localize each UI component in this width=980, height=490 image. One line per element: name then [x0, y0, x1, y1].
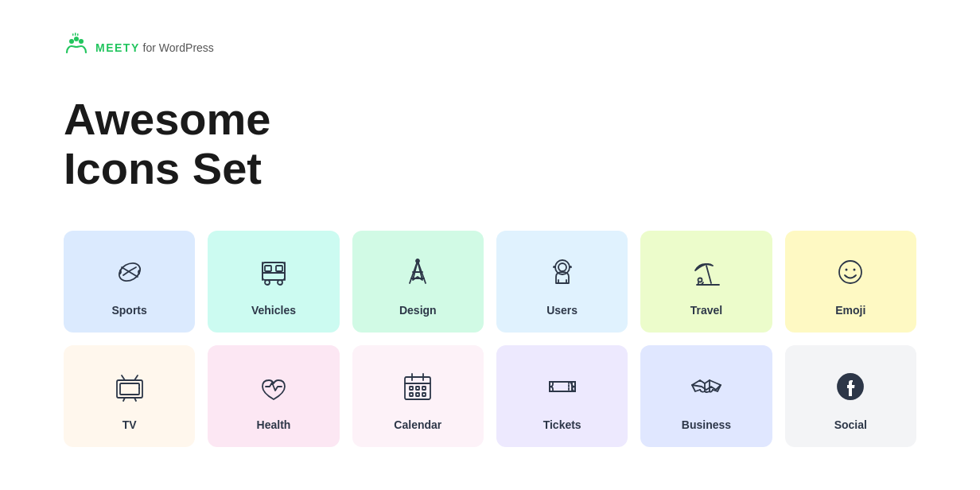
handshake-icon: [687, 368, 725, 406]
travel-label: Travel: [690, 304, 722, 317]
vehicles-icon: [255, 253, 293, 291]
social-icon: [831, 368, 869, 406]
card-vehicles[interactable]: Vehicles: [208, 231, 339, 332]
card-health[interactable]: Health: [208, 345, 339, 447]
icon-grid-row2: TV Health: [64, 345, 916, 447]
svg-point-27: [839, 261, 861, 283]
vehicles-label: Vehicles: [251, 304, 296, 317]
svg-rect-9: [276, 266, 282, 271]
card-handshake[interactable]: Business: [640, 345, 772, 447]
svg-point-29: [854, 269, 856, 271]
ticket-icon: [543, 368, 581, 406]
svg-point-1: [79, 39, 84, 44]
svg-rect-5: [77, 33, 79, 36]
sports-icon: [111, 253, 149, 291]
users-label: Users: [546, 304, 578, 317]
card-design[interactable]: Design: [352, 231, 484, 332]
health-icon: [255, 368, 293, 406]
card-social[interactable]: Social: [785, 345, 916, 447]
travel-icon: [687, 253, 725, 291]
svg-rect-3: [75, 33, 76, 36]
svg-point-12: [278, 280, 282, 285]
page-container: MEETY for WordPress Awesome Icons Set Sp…: [0, 0, 980, 490]
page-headline: Awesome Icons Set: [64, 95, 916, 192]
svg-point-32: [138, 384, 140, 386]
emoji-icon: [831, 253, 869, 291]
calendar-icon: [399, 368, 437, 406]
svg-point-0: [69, 39, 74, 44]
social-label: Social: [834, 418, 867, 431]
design-label: Design: [399, 304, 437, 317]
svg-rect-42: [410, 387, 413, 390]
users-icon: [543, 253, 581, 291]
svg-point-28: [846, 269, 848, 271]
tv-icon: [111, 368, 149, 406]
tv-label: TV: [122, 418, 137, 431]
svg-line-24: [706, 266, 711, 283]
sports-label: Sports: [111, 304, 146, 317]
card-tv[interactable]: TV: [64, 345, 195, 447]
svg-point-21: [558, 263, 566, 271]
card-users[interactable]: Users: [496, 231, 628, 332]
card-travel[interactable]: Travel: [640, 231, 772, 332]
handshake-label: Business: [682, 418, 731, 431]
svg-point-2: [74, 37, 79, 41]
svg-point-33: [138, 387, 140, 389]
calendar-label: Calendar: [394, 418, 441, 431]
meety-logo-icon: [64, 32, 89, 63]
card-ticket[interactable]: Tickets: [496, 345, 628, 447]
logo-brand: MEETY for WordPress: [95, 41, 214, 55]
svg-point-26: [698, 278, 702, 282]
emoji-label: Emoji: [835, 304, 865, 317]
health-label: Health: [257, 418, 291, 431]
icon-grid-row1: Sports Vehicles: [64, 231, 916, 332]
card-calendar[interactable]: Calendar: [352, 345, 484, 447]
svg-rect-44: [422, 387, 426, 390]
svg-rect-8: [265, 266, 271, 271]
svg-point-11: [265, 280, 270, 285]
svg-rect-4: [72, 33, 74, 36]
svg-rect-46: [416, 393, 419, 396]
svg-rect-47: [422, 393, 426, 396]
card-emoji[interactable]: Emoji: [785, 231, 916, 332]
ticket-label: Tickets: [543, 418, 581, 431]
svg-rect-43: [416, 387, 419, 390]
svg-rect-31: [120, 383, 139, 395]
design-icon: [399, 253, 437, 291]
card-sports[interactable]: Sports: [64, 231, 195, 332]
svg-rect-45: [410, 393, 413, 396]
logo-row: MEETY for WordPress: [64, 32, 916, 63]
